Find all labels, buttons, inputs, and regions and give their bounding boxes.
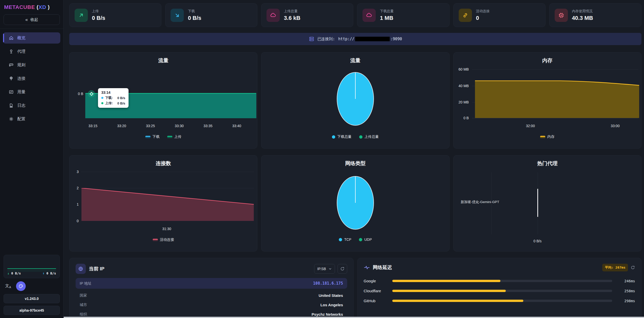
connections-area <box>81 188 254 221</box>
gridline <box>491 172 492 234</box>
card-title: 当前 IP <box>89 266 104 272</box>
collapse-chevrons-icon: « <box>25 17 28 22</box>
chart-title: 内存 <box>454 57 641 64</box>
latency-row-cloudflare: Cloudflare 258ms <box>364 286 635 296</box>
theme-palette-button[interactable] <box>16 281 26 291</box>
tooltip-download-row: 下载: 0 B/s <box>101 96 125 100</box>
legend-upload[interactable]: 上传 <box>167 135 181 139</box>
horizontal-scrollbar[interactable] <box>64 317 644 318</box>
memory-area <box>475 80 639 118</box>
hover-marker <box>88 90 95 97</box>
refresh-latency-button[interactable] <box>631 265 635 270</box>
legend-download-total[interactable]: 下载总量 <box>332 135 352 139</box>
stat-card-active-connections: 活动连接 0 <box>453 3 545 27</box>
stat-label: 内存使用情况 <box>572 9 593 14</box>
chart-connections: 连接数 3 2 1 0 31:30 活动连接 <box>69 155 257 251</box>
row-label: 国家 <box>80 293 87 298</box>
collapse-sidebar-button[interactable]: « 收起 <box>4 14 60 25</box>
y-tick: 40 MB <box>454 84 469 88</box>
sidebar-item-config[interactable]: 配置 <box>3 113 60 125</box>
row-value: United States <box>319 293 343 298</box>
sidebar-item-overview[interactable]: 概览 <box>3 32 60 44</box>
legend-tcp[interactable]: TCP <box>339 237 351 242</box>
sidebar-item-label: 规则 <box>17 62 25 68</box>
logs-document-icon <box>9 103 14 108</box>
globe-stand-icon <box>9 76 14 81</box>
x-tick: 31:30 <box>162 227 171 231</box>
chart-title: 流量 <box>69 57 257 64</box>
build-version-button[interactable]: alpha-97bce45 <box>4 306 60 315</box>
download-swatch-icon <box>145 136 150 138</box>
stat-card-upload: 上传 0 B/s <box>69 3 161 27</box>
upload-speed: ↑ 0 B/s <box>43 271 56 275</box>
green-dot-icon <box>101 102 103 104</box>
latency-row-github: GitHub 298ms <box>364 296 635 306</box>
pulse-icon <box>364 264 370 271</box>
row-label: 城市 <box>80 302 87 307</box>
stat-value: 40.3 MB <box>572 15 593 21</box>
sidebar-item-label: 用量 <box>17 89 25 95</box>
latency-bar-track <box>392 290 612 292</box>
latency-bar-fill <box>392 290 506 292</box>
x-tick: 33:40 <box>232 124 241 128</box>
gridline <box>81 172 254 172</box>
upload-swatch-icon <box>167 136 172 138</box>
ip-value: 108.181.6.175 <box>313 281 343 286</box>
cpu-chip-icon <box>555 9 568 22</box>
core-version-button[interactable]: v1.243.0 <box>4 294 60 303</box>
sidebar-speed-chart: ↓ 0 B/s ↑ 0 B/s <box>4 255 60 278</box>
network-latency-card: 网络延迟 平均: 267ms Google 246ms Cloudflare <box>357 258 642 318</box>
chart-title: 网络类型 <box>261 160 449 167</box>
chart-title: 热门代理 <box>454 160 641 167</box>
legend-active-connections[interactable]: 活动连接 <box>153 237 174 242</box>
stat-value: 1 MB <box>380 15 394 21</box>
chart-legend: TCP UDP <box>261 237 449 242</box>
stat-label: 上传 <box>92 9 105 14</box>
sidebar-item-proxies[interactable]: 代理 <box>3 46 60 57</box>
language-icon[interactable]: 文A <box>5 283 11 289</box>
refresh-icon <box>340 267 345 271</box>
download-arrow-icon <box>171 9 184 22</box>
chevron-down-icon <box>329 267 332 270</box>
chart-tooltip: 33:14 下载: 0 B/s 上传: 0 B/s <box>98 88 129 108</box>
x-tick: 33:35 <box>203 124 212 128</box>
chart-legend: 下载总量 上传总量 <box>261 135 449 139</box>
latency-value: 258ms <box>617 289 635 293</box>
connected-url: 已连接到: http://:9090 <box>317 37 402 42</box>
server-icon <box>309 36 314 42</box>
sidebar-item-usage[interactable]: 用量 <box>3 86 60 98</box>
stat-label: 活动连接 <box>476 9 490 14</box>
y-tick: 3 <box>69 170 79 174</box>
y-tick: 0 B <box>454 116 469 120</box>
average-latency-badge: 平均: 267ms <box>602 264 628 271</box>
dashboard-root: METACUBE (XD ) « 收起 概览 代理 规则 连接 <box>0 0 644 318</box>
sidebar-item-rules[interactable]: 规则 <box>3 59 60 71</box>
stat-value: 0 B/s <box>92 15 105 21</box>
link-icon <box>459 9 472 22</box>
axis-line <box>472 118 638 118</box>
proxy-category-label: 新加坡-优化-Gemini-GPT <box>461 200 517 204</box>
url-port: :9090 <box>390 37 402 41</box>
city-row: 城市 Los Angeles <box>76 300 347 310</box>
stat-label: 上传总量 <box>284 9 300 14</box>
legend-udp[interactable]: UDP <box>359 237 372 242</box>
refresh-ip-button[interactable] <box>338 264 347 274</box>
legend-upload-total[interactable]: 上传总量 <box>359 135 379 139</box>
legend-memory[interactable]: 内存 <box>540 135 554 139</box>
upload-arrow-icon <box>75 9 88 22</box>
download-speed: ↓ 0 B/s <box>7 271 21 275</box>
stat-card-download: 下载 0 B/s <box>165 3 257 27</box>
latency-bar-fill <box>392 300 523 302</box>
url-prefix: http:// <box>338 37 354 41</box>
chart-memory: 内存 60 MB 40 MB 20 MB 0 B 32:00 33:00 内存 <box>453 52 641 149</box>
chart-legend: 内存 <box>454 135 641 139</box>
latency-bar-track <box>392 280 612 282</box>
y-tick: 20 MB <box>454 100 469 104</box>
app-logo: METACUBE (XD ) <box>0 0 63 14</box>
upload-total-sliver <box>355 73 356 99</box>
legend-download[interactable]: 下载 <box>145 135 160 139</box>
sidebar-item-connections[interactable]: 连接 <box>3 73 60 84</box>
latency-bar-fill <box>392 280 500 282</box>
ip-source-select[interactable]: IP.SB <box>314 264 335 274</box>
sidebar-item-logs[interactable]: 日志 <box>3 100 60 111</box>
